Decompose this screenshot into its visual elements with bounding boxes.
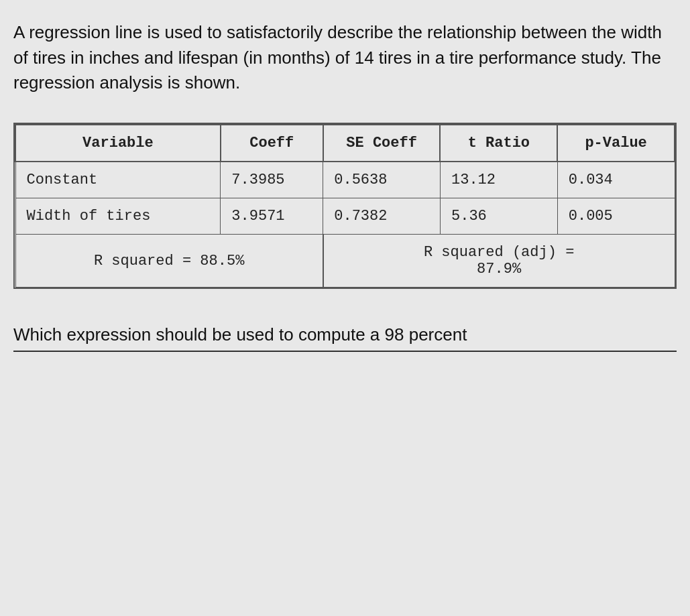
row1-coeff: 7.3985	[221, 162, 323, 198]
table-row: Width of tires 3.9571 0.7382 5.36 0.005	[15, 198, 675, 235]
intro-paragraph: A regression line is used to satisfactor…	[13, 20, 677, 96]
table-footer-row: R squared = 88.5% R squared (adj) = 87.9…	[15, 235, 675, 288]
row1-variable: Constant	[15, 162, 221, 198]
row2-se-coeff: 0.7382	[323, 198, 441, 235]
header-variable: Variable	[15, 125, 221, 162]
footer-r-squared-adj: R squared (adj) = 87.9%	[323, 235, 675, 288]
row2-t-ratio: 5.36	[440, 198, 557, 235]
bottom-paragraph: Which expression should be used to compu…	[13, 322, 677, 352]
header-t-ratio: t Ratio	[440, 125, 557, 162]
header-p-value: p-Value	[557, 125, 675, 162]
table-header-row: Variable Coeff SE Coeff t Ratio p-Value	[15, 125, 675, 162]
footer-adj-line2: 87.9%	[477, 261, 521, 278]
row2-variable: Width of tires	[15, 198, 221, 235]
row2-p-value: 0.005	[557, 198, 675, 235]
footer-adj-line1: R squared (adj) =	[424, 244, 574, 261]
regression-table: Variable Coeff SE Coeff t Ratio p-Value …	[15, 124, 675, 288]
row1-p-value: 0.034	[557, 162, 675, 198]
footer-r-squared: R squared = 88.5%	[15, 235, 323, 288]
regression-table-wrapper: Variable Coeff SE Coeff t Ratio p-Value …	[13, 123, 677, 289]
header-se-coeff: SE Coeff	[323, 125, 441, 162]
row2-coeff: 3.9571	[221, 198, 323, 235]
row1-se-coeff: 0.5638	[323, 162, 441, 198]
row1-t-ratio: 13.12	[440, 162, 557, 198]
table-row: Constant 7.3985 0.5638 13.12 0.034	[15, 162, 675, 198]
header-coeff: Coeff	[221, 125, 323, 162]
